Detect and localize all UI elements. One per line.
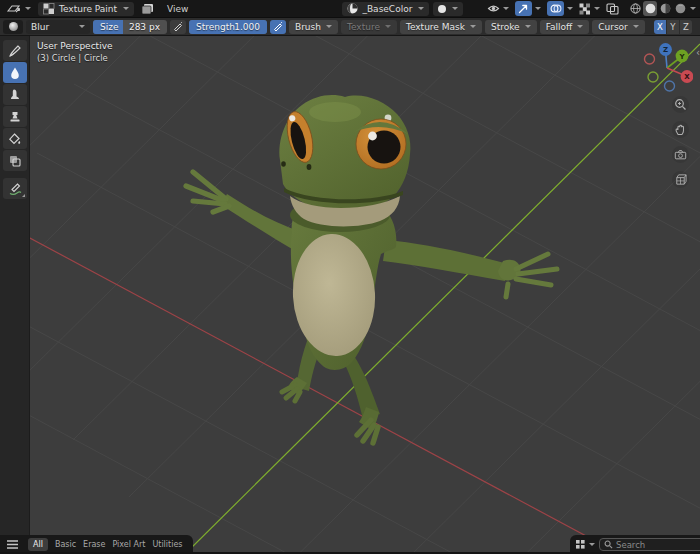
search-input[interactable] — [616, 540, 700, 550]
strength-slider[interactable]: Strength 1.000 — [189, 20, 267, 34]
overlays-toggle[interactable] — [546, 1, 574, 16]
ortho-grid-icon — [674, 173, 687, 186]
tool-smear-button[interactable] — [3, 84, 27, 105]
editor-type-dropdown[interactable] — [4, 2, 34, 16]
xray-toggle[interactable] — [605, 1, 620, 16]
shelf-tab-utilities[interactable]: Utilities — [152, 540, 182, 549]
falloff-menu[interactable]: Falloff — [540, 20, 590, 34]
visibility-popover[interactable] — [486, 1, 510, 16]
symmetry-y-button[interactable]: Y — [667, 20, 679, 34]
shading-rendered-button[interactable] — [673, 1, 687, 16]
frog-right-arm — [383, 240, 557, 297]
shelf-tab-basic[interactable]: Basic — [55, 540, 76, 549]
cursor-menu[interactable]: Cursor — [592, 20, 645, 34]
brush-preview-icon — [9, 22, 18, 31]
checker-popover[interactable] — [578, 1, 601, 16]
overlays-circles-icon — [550, 3, 562, 14]
shelf-tab-all[interactable]: All — [28, 538, 48, 551]
shading-wireframe-button[interactable] — [628, 1, 642, 16]
symmetry-x-button[interactable]: X — [654, 20, 666, 34]
symmetry-z-button[interactable]: Z — [680, 20, 692, 34]
gizmo-z-neg-axis[interactable] — [665, 81, 675, 91]
pan-hand-icon — [674, 123, 687, 136]
search-icon — [604, 540, 613, 549]
fill-bucket-icon — [8, 132, 22, 146]
frog-model[interactable] — [186, 95, 557, 443]
draw-brush-icon — [8, 44, 22, 58]
symmetry-axes: X Y Z — [654, 20, 692, 34]
ortho-toggle-button[interactable] — [672, 171, 689, 188]
soften-drop-icon — [8, 66, 22, 80]
shading-wireframe-icon — [630, 3, 641, 14]
tool-mask-button[interactable] — [3, 150, 27, 171]
brush-menu[interactable]: Brush — [289, 20, 338, 34]
svg-text:Z: Z — [663, 46, 668, 54]
shading-material-icon — [660, 3, 671, 14]
smear-finger-icon — [8, 88, 22, 102]
camera-icon — [674, 148, 687, 161]
mode-dropdown[interactable]: Texture Paint — [38, 2, 134, 16]
navigation-gizmo[interactable]: Z Y X — [641, 41, 693, 93]
display-mode-dropdown[interactable] — [574, 537, 596, 552]
viewport-overlay-text: User Perspective (3) Circle | Circle — [37, 40, 113, 64]
shading-material-button[interactable] — [658, 1, 672, 16]
axis-y-line — [180, 44, 700, 554]
frog-head-highlight — [309, 102, 361, 122]
tool-soften-button[interactable] — [3, 62, 27, 83]
size-slider[interactable]: Size 283 px — [93, 20, 167, 34]
shading-rendered-icon — [675, 3, 686, 14]
size-pressure-toggle[interactable] — [170, 20, 186, 34]
viewport-3d[interactable]: User Perspective (3) Circle | Circle Z Y… — [0, 36, 700, 554]
gizmo-x-neg-axis[interactable] — [645, 54, 655, 64]
texture-menu[interactable]: Texture — [341, 20, 397, 34]
shelf-tab-erase[interactable]: Erase — [83, 540, 105, 549]
gizmo-y-neg-axis[interactable] — [648, 72, 658, 82]
svg-text:X: X — [684, 73, 690, 81]
annotate-pen-icon — [8, 181, 23, 196]
texture-sphere-icon — [347, 3, 358, 14]
brush-type-dropdown[interactable]: Blur — [26, 20, 90, 34]
shading-solid-button[interactable] — [643, 1, 657, 16]
zoom-button[interactable] — [672, 96, 689, 113]
gizmos-toggle[interactable] — [514, 1, 542, 16]
mode-label: Texture Paint — [59, 4, 117, 14]
tool-annotate-button[interactable] — [3, 178, 27, 199]
blender-window: Texture Paint View _BaseColor — [0, 0, 700, 554]
shading-solid-icon — [645, 3, 656, 14]
toolbar — [0, 36, 30, 554]
gizmos-dart-icon — [518, 3, 529, 14]
texture-slot-label: _BaseColor — [362, 4, 412, 14]
texture-slot-dropdown[interactable]: _BaseColor — [342, 2, 429, 16]
viewport-header: Texture Paint View _BaseColor — [0, 0, 700, 18]
brush-select-dropdown[interactable] — [433, 2, 463, 16]
tool-settings-bar: Blur Size 283 px Strength 1.000 Brush — [0, 18, 700, 36]
tool-fill-button[interactable] — [3, 128, 27, 149]
stylus-pressure-icon — [173, 21, 184, 32]
strength-pressure-toggle[interactable] — [270, 20, 286, 34]
hamburger-menu-icon[interactable] — [6, 539, 19, 550]
sidebar-toggle[interactable]: ‹ — [696, 48, 700, 58]
texture-mask-menu[interactable]: Texture Mask — [400, 20, 482, 34]
display-grid-icon — [575, 539, 586, 550]
shelf-tab-pixel-art[interactable]: Pixel Art — [112, 540, 145, 549]
mask-icon — [8, 154, 22, 168]
stroke-menu[interactable]: Stroke — [485, 20, 537, 34]
zoom-icon — [674, 98, 687, 111]
camera-view-button[interactable] — [672, 146, 689, 163]
brush-type-label: Blur — [31, 22, 77, 32]
xray-squares-icon — [606, 3, 619, 15]
tool-clone-button[interactable] — [3, 106, 27, 127]
brush-preview-button[interactable] — [3, 20, 23, 34]
viewport-nav-buttons — [672, 96, 689, 188]
pan-button[interactable] — [672, 121, 689, 138]
brush-dot-icon — [438, 5, 446, 13]
viewport-canvas[interactable] — [0, 36, 700, 554]
texture-paint-mode-icon — [43, 3, 55, 15]
subtool-indicator — [22, 194, 25, 197]
svg-text:Y: Y — [678, 53, 685, 61]
editor-type-icon — [7, 3, 21, 15]
shading-modes — [628, 1, 696, 16]
tool-draw-button[interactable] — [3, 40, 27, 61]
menu-view[interactable]: View — [161, 4, 194, 14]
image-button[interactable] — [138, 2, 157, 16]
